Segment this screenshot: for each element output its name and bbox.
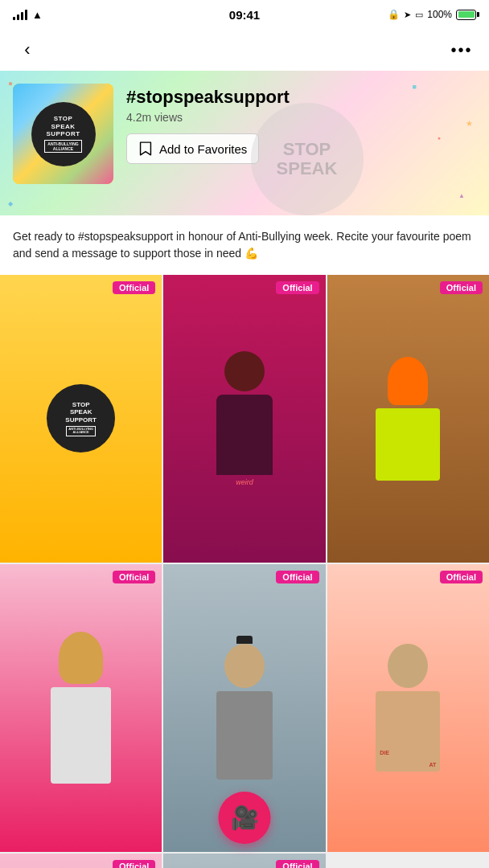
hashtag-thumbnail: STOP SPEAK SUPPORT Anti-BullyingAlliance [13, 84, 113, 184]
person-figure-2: weird [163, 275, 325, 563]
video-cell-3[interactable]: Official [327, 275, 489, 563]
person-figure-3 [327, 275, 489, 563]
logo-text-support: SUPPORT [46, 130, 80, 138]
hashtag-title: #stopspeaksupport [126, 87, 476, 108]
nav-bar: ‹ ••• [0, 29, 489, 71]
status-right: 🔒 ➤ ▭ 100% [388, 9, 476, 20]
wifi-icon: ▲ [32, 9, 43, 21]
back-arrow-icon: ‹ [24, 39, 30, 60]
location-icon: ➤ [404, 10, 411, 20]
record-button[interactable]: 🎥 [219, 792, 271, 844]
logo-circle: STOP SPEAK SUPPORT Anti-BullyingAlliance [31, 102, 96, 166]
lock-icon: 🔒 [388, 9, 400, 20]
battery-percent: 100% [427, 9, 452, 20]
logo-subtext: Anti-BullyingAlliance [44, 140, 81, 153]
thumbnail-inner: STOP SPEAK SUPPORT Anti-BullyingAlliance [13, 84, 113, 184]
video-grid: STOP SPEAK SUPPORT Anti-BullyingAlliance… [0, 275, 489, 868]
status-time: 09:41 [229, 8, 260, 22]
person-figure-4 [0, 564, 162, 852]
video-cell-2[interactable]: weird Official [163, 275, 325, 563]
official-badge-1: Official [113, 281, 155, 294]
official-badge-7: Official [113, 860, 155, 868]
header-content: STOP SPEAK SUPPORT Anti-BullyingAlliance… [13, 84, 476, 184]
official-badge-8: Official [276, 860, 318, 868]
status-left: ▲ [13, 9, 43, 21]
official-badge-5: Official [276, 571, 318, 583]
description-section: Get ready to #stopspeaksupport in honour… [0, 215, 489, 275]
signal-icon [13, 9, 27, 20]
airplay-icon: ▭ [415, 10, 423, 20]
more-button[interactable]: ••• [447, 35, 476, 64]
battery-icon [456, 10, 476, 20]
bookmark-icon [138, 141, 153, 157]
video-cell-8[interactable]: Official [163, 854, 325, 868]
description-text: Get ready to #stopspeaksupport in honour… [13, 228, 476, 262]
status-bar: ▲ 09:41 🔒 ➤ ▭ 100% [0, 0, 489, 29]
cell-logo-1: STOP SPEAK SUPPORT Anti-BullyingAlliance [0, 275, 162, 563]
cell-logo-circle-1: STOP SPEAK SUPPORT Anti-BullyingAlliance [47, 384, 115, 452]
official-badge-4: Official [113, 571, 155, 583]
video-cell-4[interactable]: Official [0, 564, 162, 852]
person-figure-6: DiE AT [327, 564, 489, 852]
logo-text-speak: SPEAK [51, 123, 75, 131]
header-section: ● ■ ★ ▲ ◆ ● ■ STOP SPEAK SUPPORT Anti-Bu… [0, 71, 489, 215]
official-badge-2: Official [276, 281, 318, 294]
record-camera-icon: 🎥 [231, 805, 259, 831]
view-count: 4.2m views [126, 111, 476, 124]
video-cell-1[interactable]: STOP SPEAK SUPPORT Anti-BullyingAlliance… [0, 275, 162, 563]
official-badge-6: Official [440, 571, 483, 583]
header-info: #stopspeaksupport 4.2m views Add to Favo… [126, 84, 476, 164]
more-dots-icon: ••• [450, 41, 472, 59]
logo-text-stop: STOP [54, 115, 73, 123]
add-to-favorites-button[interactable]: Add to Favorites [126, 133, 259, 164]
add-favorites-label: Add to Favorites [159, 142, 247, 156]
video-cell-7[interactable]: Official [0, 854, 162, 868]
video-cell-6[interactable]: DiE AT Official [327, 564, 489, 852]
official-badge-3: Official [440, 281, 483, 294]
back-button[interactable]: ‹ [13, 35, 42, 64]
